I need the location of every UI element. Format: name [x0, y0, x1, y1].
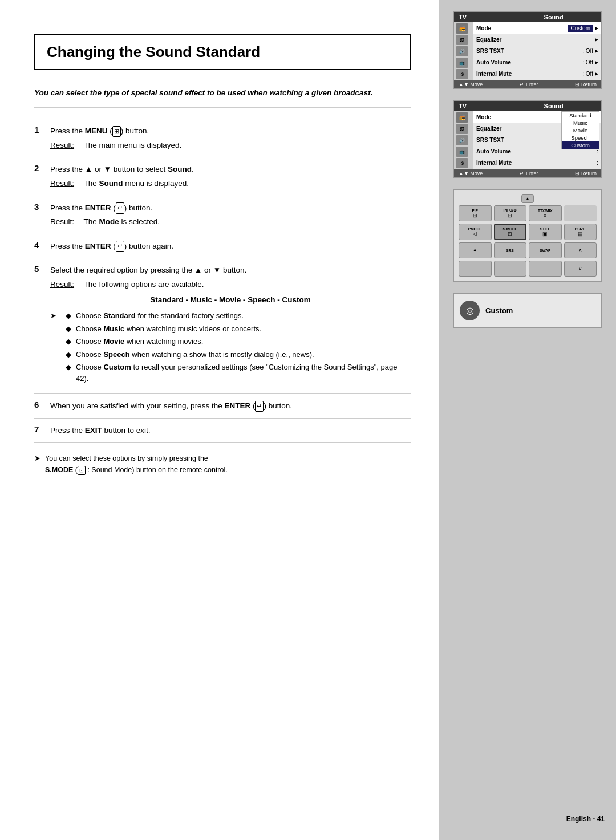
tv-icons-col-2: 📻 🖼 🔊 📺 ⚙	[454, 111, 473, 169]
smode-label: S.MODE	[502, 227, 517, 231]
footer-text: English - 41	[566, 815, 605, 823]
srs-key-1: SRS TSXT	[476, 48, 582, 54]
remote-b2	[494, 261, 527, 277]
sound-label-1: Sound	[506, 12, 601, 22]
tv-row-av-1: Auto Volume : Off ▶	[473, 56, 601, 68]
tv-panel-1-header: TV Sound	[454, 12, 601, 22]
step-5-options: Standard - Music - Movie - Speech - Cust…	[50, 294, 411, 386]
eq-key-1: Equalizer	[476, 36, 595, 43]
tv-panel-2: TV Sound 📻 🖼 🔊 📺 ⚙ Mode Standard	[453, 100, 602, 178]
tv-panel-2-header: TV Sound	[454, 101, 601, 111]
option-items: ◆ Choose Standard for the standard facto…	[60, 310, 411, 385]
title-box: Changing the Sound Standard	[34, 34, 411, 70]
option-music: ◆ Choose Music when watching music video…	[60, 323, 411, 335]
remote-smode: S.MODE ⊡	[494, 224, 527, 240]
tv-panel-1-body: 📻 🖼 🔊 📺 ⚙ Mode Custom ▶	[454, 22, 601, 80]
step-5-num: 5	[34, 264, 50, 274]
remote-vol-btn: ●	[459, 242, 492, 258]
tv2-icon-1: 📻	[456, 112, 468, 123]
step-2-result-text: The Sound menu is displayed.	[82, 177, 189, 190]
remote-panel: ▲ PIP ⊞ INFO/⊕ ⊟ TTX/MIX ≡ PMODE ◁ S	[453, 189, 602, 282]
tv-icon-1: 📻	[456, 23, 468, 34]
remote-b4: ∨	[564, 261, 597, 277]
mode-highlight: Custom	[568, 25, 593, 32]
step-2-content: Press the ▲ or ▼ button to select Sound.…	[50, 163, 411, 189]
step-6-content: When you are satisfied with your setting…	[50, 400, 411, 412]
step-4-num: 4	[34, 240, 50, 250]
tv-icon-2: 🖼	[456, 35, 468, 45]
step-6-num: 6	[34, 400, 50, 409]
step-4-content: Press the ENTER (↵) button again.	[50, 240, 411, 253]
tv-row-eq-1-content: Equalizer ▶	[476, 36, 598, 43]
nav-enter-2: ↵ Enter	[520, 171, 538, 176]
step-2-result-label: Result:	[50, 177, 82, 190]
tv-row-mode-1-content: Mode Custom ▶	[476, 25, 598, 32]
step-7-content: Press the EXIT button to exit.	[50, 424, 411, 437]
ttx-label: TTX/MIX	[538, 209, 553, 213]
tv-row-av-1-content: Auto Volume : Off ▶	[476, 59, 598, 66]
tv-row-im-1: Internal Mute : Off ▶	[473, 68, 601, 79]
step-2-num: 2	[34, 163, 50, 173]
step-1-content: Press the MENU (⊞) button. Result: The m…	[50, 125, 411, 151]
remote-b1	[459, 261, 492, 277]
pmode-icon: ◁	[473, 231, 477, 237]
step-4: 4 Press the ENTER (↵) button again.	[34, 234, 411, 259]
info-label: INFO/⊕	[504, 208, 517, 213]
step-5-result-text: The following options are available.	[82, 278, 204, 291]
im-key-2: Internal Mute	[476, 160, 597, 166]
tv-icon-4: 📺	[456, 58, 468, 68]
custom-label: Custom	[485, 306, 513, 315]
tv2-icon-5: ⚙	[456, 158, 468, 168]
vol-icon: ●	[473, 247, 476, 253]
up-arrow-icon: ∧	[578, 247, 582, 253]
step-5-arrow-note: ➤ ◆ Choose Standard for the standard fac…	[50, 310, 411, 385]
step-3-result-text: The Mode is selected.	[82, 216, 160, 228]
step-1-result-label: Result:	[50, 139, 82, 152]
option-movie: ◆ Choose Movie when watching movies.	[60, 336, 411, 347]
tv-row-srs-1: SRS TSXT : Off ▶	[473, 45, 601, 56]
tv-icon-3: 🔊	[456, 46, 468, 56]
remote-pip: PIP ⊞	[459, 205, 492, 221]
pip-icon: ⊞	[473, 213, 477, 218]
remote-info: INFO/⊕ ⊟	[494, 205, 527, 221]
page-title: Changing the Sound Standard	[47, 43, 398, 61]
main-content: Changing the Sound Standard You can sele…	[0, 0, 439, 510]
srs-btn-label: SRS	[506, 249, 514, 253]
swap-label: SWAP	[540, 249, 550, 253]
tip-section: ➤ You can select these options by simply…	[34, 453, 411, 476]
tv-row-im-1-content: Internal Mute : Off ▶	[476, 71, 598, 77]
dropdown-music: Music	[562, 119, 599, 127]
remote-still: STILL ▣	[529, 224, 562, 240]
srs-val-1: : Off ▶	[582, 48, 598, 54]
remote-top-arrow: ▲	[459, 194, 597, 203]
info-icon: ⊟	[508, 213, 512, 218]
nav-move-1: ▲▼ Move	[459, 82, 483, 87]
custom-display: ◎ Custom	[453, 293, 602, 328]
tv2-row-im-content: Internal Mute :	[476, 160, 598, 166]
eq-val-1: ▶	[595, 37, 598, 42]
tv-panel-2-body: 📻 🖼 🔊 📺 ⚙ Mode Standard Music Movie Spee…	[454, 111, 601, 169]
tip-text: You can select these options by simply p…	[45, 453, 228, 476]
tv-nav-bar-1: ▲▼ Move ↵ Enter ⊞ Return	[454, 80, 601, 88]
step-7: 7 Press the EXIT button to exit.	[34, 419, 411, 443]
step-3: 3 Press the ENTER (↵) button. Result: Th…	[34, 196, 411, 234]
custom-circle-icon: ◎	[460, 301, 480, 320]
dropdown-custom: Custom	[562, 141, 599, 149]
tv-rows-col-2: Mode Standard Music Movie Speech Custom …	[473, 111, 601, 169]
step-7-num: 7	[34, 424, 50, 434]
tv-row-eq-1: Equalizer ▶	[473, 34, 601, 45]
sidebar-panels: TV Sound 📻 🖼 🔊 📺 ⚙ Mode Custom	[439, 0, 616, 339]
tv2-row-mode: Mode Standard Music Movie Speech Custom	[473, 111, 601, 123]
remote-blank-1	[564, 205, 597, 221]
pip-label: PIP	[472, 209, 478, 213]
remote-ttx: TTX/MIX ≡	[529, 205, 562, 221]
step-6: 6 When you are satisfied with your setti…	[34, 394, 411, 419]
im-key-1: Internal Mute	[476, 71, 582, 77]
sound-label-2: Sound	[506, 101, 601, 111]
mode-val-1: Custom ▶	[568, 25, 598, 32]
av-key-1: Auto Volume	[476, 59, 582, 66]
nav-enter-1: ↵ Enter	[520, 82, 538, 87]
arrow-symbol: ➤	[50, 310, 56, 322]
option-standard: ◆ Choose Standard for the standard facto…	[60, 310, 411, 322]
intro-text: You can select the type of special sound…	[34, 87, 411, 108]
